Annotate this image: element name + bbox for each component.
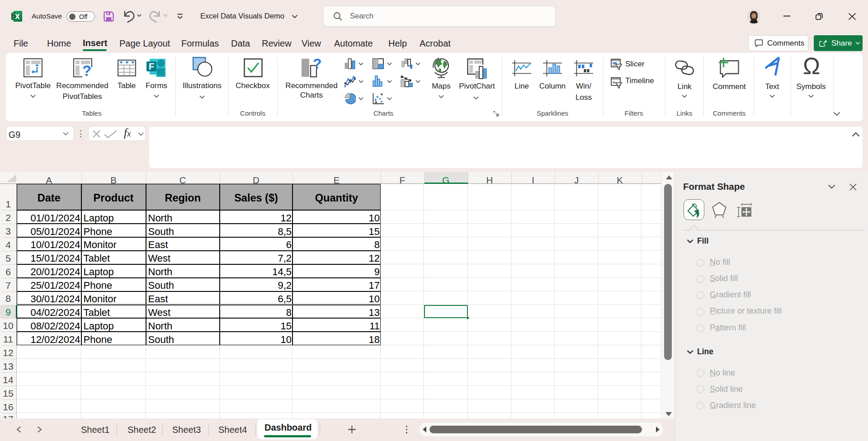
svg-text:F: F (149, 61, 154, 71)
svg-text:?: ? (82, 62, 91, 77)
svg-text:?: ? (313, 57, 321, 72)
